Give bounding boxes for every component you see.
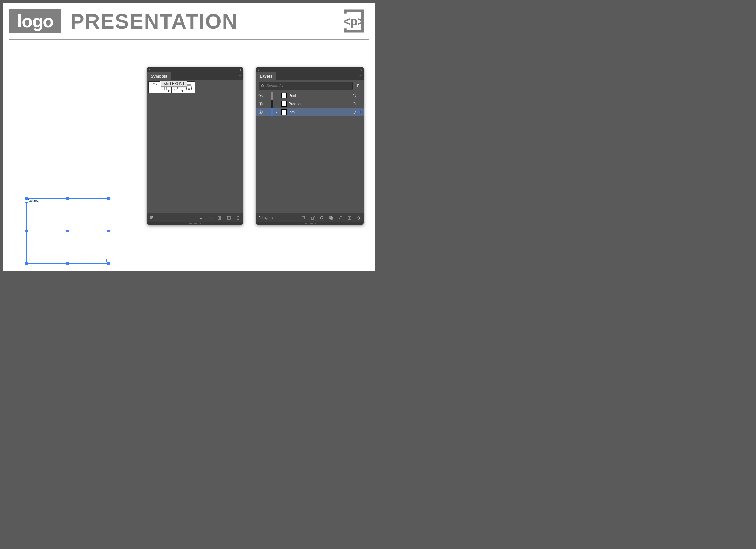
visibility-toggle-icon[interactable]: [256, 92, 265, 100]
selection-handle[interactable]: [25, 263, 27, 264]
layers-body: PrintProductInfo: [256, 80, 364, 213]
layers-count: 3 Layers: [259, 216, 273, 220]
visibility-toggle-icon[interactable]: [256, 100, 265, 108]
svg-point-6: [260, 112, 261, 113]
collapse-icon[interactable]: «: [239, 68, 241, 71]
new-layer-icon[interactable]: [347, 215, 352, 220]
library-icon[interactable]: [149, 215, 154, 220]
selection-handle[interactable]: [108, 197, 109, 199]
brand-mark-icon: <p>: [339, 6, 369, 36]
selection-handle[interactable]: [66, 263, 68, 264]
symbol-thumb-tshirt-front[interactable]: +: [148, 81, 160, 93]
symbol-tooltip: T-shirt FRONT: [159, 81, 187, 87]
close-icon[interactable]: ×: [149, 68, 151, 71]
layer-row-info[interactable]: Info: [256, 108, 364, 116]
symbols-panel[interactable]: × « Symbols ≡ ++++ T-shirt FRONT: [147, 67, 243, 225]
layer-search-input[interactable]: [259, 82, 353, 90]
place-symbol-icon[interactable]: [199, 215, 204, 220]
symbols-footer: [147, 213, 243, 222]
target-icon[interactable]: [351, 111, 358, 114]
layer-row-product[interactable]: Product: [256, 100, 364, 108]
symbol-options-icon[interactable]: [217, 215, 222, 220]
visibility-toggle-icon[interactable]: [256, 108, 265, 116]
filter-icon[interactable]: [354, 83, 361, 89]
svg-point-5: [260, 103, 261, 105]
document-header: logo PRESENTATION <p>: [3, 3, 375, 36]
expand-toggle-icon[interactable]: [273, 92, 279, 100]
export-icon[interactable]: [310, 215, 315, 220]
layers-footer: 3 Layers: [256, 213, 364, 222]
clipping-mask-icon[interactable]: [329, 215, 334, 220]
selection-handle[interactable]: [106, 259, 109, 262]
delete-symbol-icon[interactable]: [236, 215, 240, 220]
selected-object-label: Colors:: [27, 199, 39, 203]
panel-tabbar: Symbols ≡: [147, 72, 243, 80]
layer-thumbnail: [281, 93, 287, 98]
panel-resize-grip[interactable]: [256, 222, 364, 225]
lock-toggle[interactable]: [265, 108, 271, 116]
layers-panel[interactable]: × « Layers ≡ PrintProductInfo 3 Layers: [256, 67, 364, 225]
layer-name-label[interactable]: Product: [289, 102, 351, 106]
layer-search-field[interactable]: [266, 84, 350, 88]
selection-indicator[interactable]: [358, 111, 364, 113]
panel-resize-grip[interactable]: [147, 222, 243, 225]
panel-tabbar: Layers ≡: [256, 72, 364, 80]
new-sublayer-icon[interactable]: [338, 215, 343, 220]
lock-toggle[interactable]: [265, 100, 271, 108]
selection-handle[interactable]: [25, 230, 27, 232]
search-icon[interactable]: [319, 215, 324, 220]
layer-row-print[interactable]: Print: [256, 92, 364, 100]
selection-handle[interactable]: [66, 197, 68, 199]
selection-handle[interactable]: [108, 230, 109, 232]
panel-menu-icon[interactable]: ≡: [357, 74, 364, 78]
svg-point-3: [261, 84, 263, 86]
selection-handle[interactable]: [108, 263, 109, 264]
target-icon[interactable]: [351, 102, 358, 105]
selection-handle[interactable]: [66, 230, 68, 232]
selection-handle[interactable]: [25, 197, 27, 199]
panel-topbar[interactable]: × «: [147, 67, 243, 72]
break-link-icon[interactable]: [208, 215, 213, 220]
expand-toggle-icon[interactable]: [273, 108, 279, 116]
svg-rect-7: [302, 217, 304, 219]
collapse-icon[interactable]: «: [360, 68, 362, 71]
delete-layer-icon[interactable]: [356, 215, 361, 220]
layer-name-label[interactable]: Info: [289, 110, 351, 114]
panel-topbar[interactable]: × «: [256, 67, 364, 72]
svg-point-9: [320, 216, 323, 219]
layer-thumbnail: [281, 109, 287, 115]
svg-rect-8: [311, 217, 314, 219]
expand-toggle-icon[interactable]: [273, 100, 279, 108]
lock-toggle[interactable]: [265, 92, 271, 100]
target-icon[interactable]: [351, 94, 358, 97]
selection-handle[interactable]: [25, 199, 28, 202]
svg-text:<p>: <p>: [344, 15, 365, 28]
locate-object-icon[interactable]: [301, 215, 306, 220]
tab-layers[interactable]: Layers: [256, 72, 276, 80]
header-divider: [9, 39, 369, 40]
search-icon: [261, 84, 265, 88]
new-symbol-icon[interactable]: [226, 215, 231, 220]
page-title: PRESENTATION: [70, 9, 238, 33]
svg-point-4: [260, 95, 261, 96]
logo-placeholder: logo: [9, 9, 61, 33]
tab-symbols[interactable]: Symbols: [147, 72, 171, 80]
layer-name-label[interactable]: Print: [289, 93, 351, 98]
panel-menu-icon[interactable]: ≡: [237, 74, 243, 78]
symbols-body: ++++ T-shirt FRONT: [147, 80, 243, 213]
close-icon[interactable]: ×: [258, 68, 260, 71]
layer-thumbnail: [281, 101, 287, 107]
